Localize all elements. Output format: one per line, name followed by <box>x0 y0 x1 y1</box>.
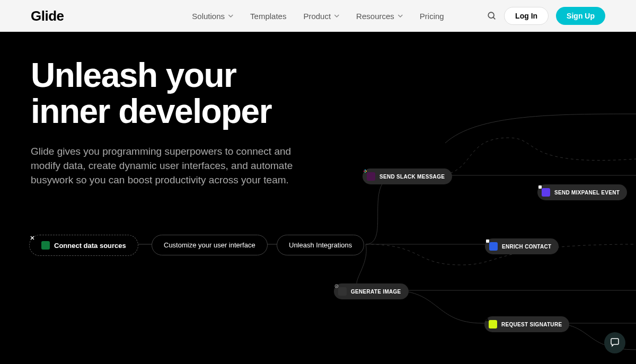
svg-rect-6 <box>486 239 489 243</box>
integration-signature-label: REQUEST SIGNATURE <box>501 322 562 327</box>
flow-step-connect-label: Connect data sources <box>54 242 126 250</box>
login-button[interactable]: Log In <box>504 7 549 25</box>
chat-launcher[interactable] <box>604 332 625 353</box>
integration-signature[interactable]: REQUEST SIGNATURE <box>484 316 569 332</box>
chevron-down-icon <box>228 13 233 19</box>
nav-pricing[interactable]: Pricing <box>420 12 444 21</box>
hero-title-line1: Unleash your <box>31 56 236 94</box>
flow-step-unleash-label: Unleash Integrations <box>289 241 352 249</box>
flow-step-connect-data[interactable]: Connect data sources <box>29 235 138 256</box>
gear-icon <box>338 287 347 296</box>
mixpanel-icon <box>542 188 550 197</box>
flow-step-customize-ui[interactable]: Customize your user interface <box>152 235 268 255</box>
nav-pricing-label: Pricing <box>420 12 444 21</box>
header-actions: Log In Sign Up <box>487 7 605 25</box>
integration-generate-image[interactable]: GENERATE IMAGE <box>334 283 409 299</box>
flow-step-unleash-integrations[interactable]: Unleash Integrations <box>277 235 364 255</box>
hero-title-line2: inner developer <box>31 92 271 130</box>
logo[interactable]: Glide <box>31 8 64 24</box>
main-nav: Solutions Templates Product Resources Pr… <box>192 12 444 21</box>
excel-icon <box>41 241 50 250</box>
signup-button[interactable]: Sign Up <box>556 7 605 25</box>
nav-resources[interactable]: Resources <box>356 12 403 21</box>
site-header: Glide Solutions Templates Product Resour… <box>0 0 636 32</box>
chevron-down-icon <box>398 13 403 19</box>
nav-solutions[interactable]: Solutions <box>192 12 233 21</box>
integration-mixpanel-label: SEND MIXPANEL EVENT <box>554 190 620 196</box>
integration-generate-label: GENERATE IMAGE <box>351 289 401 295</box>
hero-title: Unleash your inner developer <box>31 57 605 130</box>
hero-section: Unleash your inner developer Glide gives… <box>0 32 636 188</box>
hero-subtitle: Glide gives you programming superpowers … <box>31 145 322 188</box>
svg-point-8 <box>336 286 337 287</box>
nav-product[interactable]: Product <box>303 12 339 21</box>
nav-solutions-label: Solutions <box>192 12 225 21</box>
nav-templates[interactable]: Templates <box>250 12 286 21</box>
nav-templates-label: Templates <box>250 12 286 21</box>
chevron-down-icon <box>334 13 339 19</box>
nav-resources-label: Resources <box>356 12 394 21</box>
download-icon <box>489 320 497 329</box>
flow-step-customize-label: Customize your user interface <box>164 241 255 249</box>
svg-point-0 <box>488 12 494 18</box>
integration-enrich[interactable]: ENRICH CONTACT <box>485 238 559 254</box>
integration-enrich-label: ENRICH CONTACT <box>502 244 551 250</box>
contact-icon <box>489 242 498 251</box>
nav-product-label: Product <box>303 12 331 21</box>
chat-icon <box>610 338 620 348</box>
search-icon[interactable] <box>487 11 497 21</box>
